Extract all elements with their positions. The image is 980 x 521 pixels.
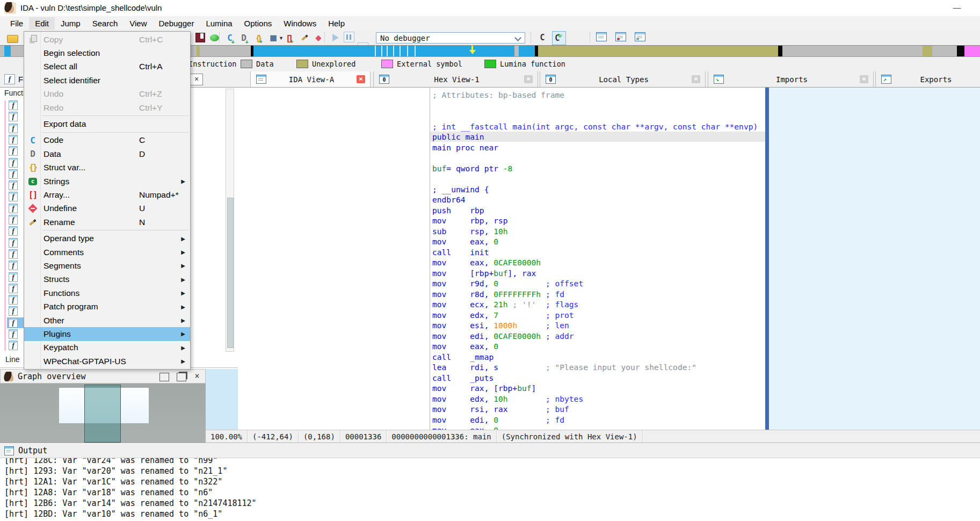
disassembly-line[interactable]: mov rsi, rax ; buf bbox=[432, 404, 758, 415]
debugger-select[interactable]: No debugger bbox=[376, 32, 525, 44]
restore-icon[interactable] bbox=[159, 373, 169, 381]
tab-local-types[interactable]: Local Types bbox=[540, 71, 706, 87]
tab-ida-view-a[interactable]: IDA View-A bbox=[250, 71, 371, 87]
disassembly-line[interactable]: lea rdi, s ; "Please input your shellcod… bbox=[432, 362, 758, 373]
menu-item-select-identifier[interactable]: Select identifier bbox=[24, 74, 190, 87]
menu-item-undo[interactable]: UndoCtrl+Z bbox=[24, 88, 190, 101]
menu-item-keypatch[interactable]: Keypatch▶ bbox=[24, 341, 190, 354]
recompile-c-icon[interactable]: C↻ bbox=[552, 31, 566, 45]
disassembly-line[interactable]: call _mmap bbox=[432, 352, 758, 363]
disassembly-line[interactable]: mov eax, 0 bbox=[432, 236, 758, 247]
rename-icon[interactable] bbox=[299, 32, 310, 44]
menu-item-operand-type[interactable]: Operand type▶ bbox=[24, 231, 190, 245]
play-icon[interactable] bbox=[330, 32, 342, 44]
disassembly-listing[interactable]: ; Attributes: bp-based frame ; int __fas… bbox=[432, 90, 758, 436]
tab-close-icon[interactable] bbox=[692, 75, 700, 83]
menubar-item-lumina[interactable]: Lumina bbox=[200, 17, 238, 30]
window-list-icon[interactable] bbox=[596, 32, 607, 41]
menubar-item-view[interactable]: View bbox=[124, 17, 153, 30]
disassembly-line[interactable]: mov rbp, rsp bbox=[432, 215, 758, 226]
menubar-item-options[interactable]: Options bbox=[238, 17, 278, 30]
lumina-icon[interactable] bbox=[208, 32, 220, 44]
menu-item-begin-selection[interactable]: Begin selection bbox=[24, 46, 190, 60]
close-icon[interactable]: × bbox=[193, 373, 201, 380]
output-log[interactable]: [hrt] 128C: Var "var24" was renamed to "… bbox=[4, 458, 976, 521]
disassembly-line[interactable]: mov r8d, 0FFFFFFFFh ; fd bbox=[432, 289, 758, 300]
disassembly-line[interactable]: mov eax, 0CAFE0000h bbox=[432, 257, 758, 268]
menu-item-rename[interactable]: RenameN bbox=[24, 215, 190, 229]
disassembly-line[interactable]: mov r9d, 0 ; offset bbox=[432, 278, 758, 289]
array-icon[interactable]: [] bbox=[285, 32, 296, 44]
make-data-icon[interactable]: D bbox=[239, 32, 251, 44]
tab-close-icon[interactable] bbox=[524, 75, 533, 83]
functions-scrollbar-thumb[interactable] bbox=[227, 198, 234, 348]
menu-item-code[interactable]: CCodeC bbox=[24, 134, 190, 147]
menu-item-array-[interactable]: []Array...Numpad+* bbox=[24, 188, 190, 201]
disassembly-line[interactable]: mov eax, 0 bbox=[432, 341, 758, 352]
disassembly-line[interactable] bbox=[432, 173, 758, 184]
disassembly-line[interactable]: mov [rbp+buf], rax bbox=[432, 268, 758, 279]
functions-scrollbar[interactable] bbox=[226, 89, 234, 352]
disassembly-line[interactable]: public main bbox=[432, 132, 758, 142]
disassembly-line[interactable]: mov rax, [rbp+buf] bbox=[432, 383, 758, 394]
make-code-icon[interactable]: C bbox=[226, 32, 237, 44]
menubar-item-file[interactable]: File bbox=[4, 17, 29, 30]
menubar-item-windows[interactable]: Windows bbox=[278, 17, 322, 30]
database-red-icon[interactable] bbox=[194, 32, 206, 44]
menu-item-plugins[interactable]: Plugins▶ bbox=[24, 327, 190, 341]
tab-exports[interactable]: Exports bbox=[875, 71, 980, 87]
disassembly-line[interactable]: mov edi, 0CAFE0000h ; addr bbox=[432, 331, 758, 342]
disassembly-line[interactable]: ; int __fastcall main(int argc, const ch… bbox=[432, 121, 758, 132]
functions-panel-close-button[interactable]: × bbox=[190, 74, 203, 85]
graph-overview-title-bar[interactable]: Graph overview × bbox=[0, 369, 206, 383]
menu-item-structs[interactable]: Structs▶ bbox=[24, 273, 190, 286]
tab-hex-view-1[interactable]: Hex View-1 bbox=[373, 71, 538, 87]
menubar-item-debugger[interactable]: Debugger bbox=[153, 17, 200, 30]
disassembly-line[interactable]: mov edx, 10h ; nbytes bbox=[432, 394, 758, 404]
disassembly-line[interactable]: main proc near bbox=[432, 142, 758, 153]
window-list-red-icon[interactable] bbox=[615, 32, 626, 41]
tab-close-icon[interactable] bbox=[860, 75, 868, 83]
disassembly-line[interactable]: ; Attributes: bp-based frame bbox=[432, 90, 758, 100]
disassembly-line[interactable] bbox=[432, 153, 758, 163]
disassembly-line[interactable] bbox=[432, 111, 758, 121]
disassembly-scrollbar[interactable] bbox=[765, 88, 769, 430]
menu-item-redo[interactable]: RedoCtrl+Y bbox=[24, 101, 190, 114]
disassembly-line[interactable]: mov esi, 1000h ; len bbox=[432, 320, 758, 331]
window-list-gray-icon[interactable] bbox=[635, 32, 645, 41]
menu-item-copy[interactable]: CopyCtrl+C bbox=[24, 33, 190, 46]
menu-item-comments[interactable]: Comments▶ bbox=[24, 245, 190, 259]
disassembly-line[interactable]: buf= qword ptr -8 bbox=[432, 163, 758, 174]
compile-c-icon[interactable]: C bbox=[536, 31, 549, 44]
menu-item-patch-program[interactable]: Patch program▶ bbox=[24, 300, 190, 313]
float-window-icon[interactable] bbox=[177, 373, 186, 381]
menu-item-segments[interactable]: Segments▶ bbox=[24, 259, 190, 272]
pause-icon[interactable] bbox=[344, 32, 354, 42]
menu-item-wpechat-gptapi-us[interactable]: WPeChat-GPTAPI-US▶ bbox=[24, 354, 190, 368]
menubar-item-help[interactable]: Help bbox=[322, 17, 351, 30]
tab-imports[interactable]: Imports bbox=[708, 71, 874, 87]
disassembly-line[interactable]: call init bbox=[432, 247, 758, 258]
disassembly-line[interactable]: endbr64 bbox=[432, 194, 758, 205]
disassembly-line[interactable]: mov ecx, 21h ; '!' ; flags bbox=[432, 299, 758, 310]
undefine-icon[interactable]: ◆ bbox=[313, 32, 324, 44]
menubar-item-jump[interactable]: Jump bbox=[55, 17, 86, 30]
disassembly-line[interactable] bbox=[432, 100, 758, 111]
minimize-button[interactable]: — bbox=[946, 1, 968, 15]
menubar-item-edit[interactable]: Edit bbox=[29, 17, 55, 30]
output-title-bar[interactable]: Output bbox=[0, 444, 980, 458]
disassembly-line[interactable]: mov edx, 7 ; prot bbox=[432, 310, 758, 321]
graph-overview-canvas[interactable] bbox=[0, 383, 206, 443]
menu-item-strings[interactable]: cStrings▶ bbox=[24, 175, 190, 188]
menu-item-export-data[interactable]: Export data bbox=[24, 117, 190, 131]
menu-item-functions[interactable]: Functions▶ bbox=[24, 286, 190, 300]
disassembly-line[interactable]: mov edi, 0 ; fd bbox=[432, 415, 758, 425]
menu-item-undefine[interactable]: UndefineU bbox=[24, 202, 190, 215]
disassembly-line[interactable]: call _puts bbox=[432, 373, 758, 383]
menu-item-select-all[interactable]: Select allCtrl+A bbox=[24, 60, 190, 74]
disassembly-line[interactable]: ; __unwind { bbox=[432, 184, 758, 195]
menu-item-data[interactable]: DDataD bbox=[24, 147, 190, 161]
graph-viewport-rect[interactable] bbox=[84, 385, 121, 443]
open-file-icon[interactable] bbox=[6, 32, 18, 44]
disassembly-line[interactable]: sub rsp, 10h bbox=[432, 226, 758, 237]
